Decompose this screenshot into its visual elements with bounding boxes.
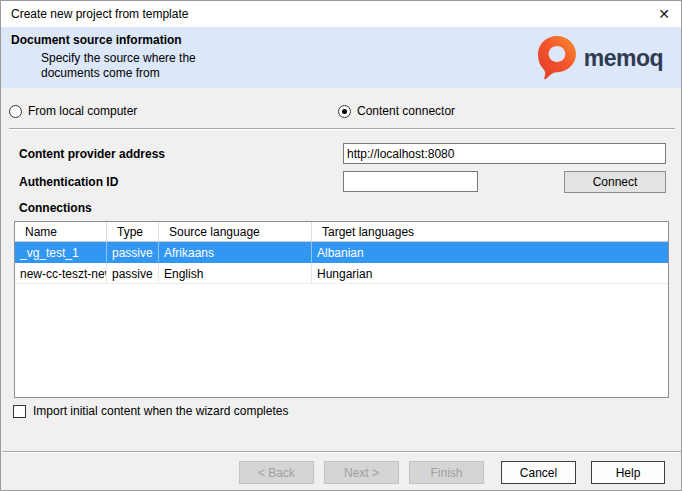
column-header-source-language[interactable]: Source language <box>159 222 312 241</box>
radio-icon-local[interactable] <box>9 105 22 118</box>
cell-type: passive <box>107 242 159 262</box>
window-title: Create new project from template <box>11 1 188 27</box>
cell-target-languages: Hungarian <box>312 263 668 283</box>
page-subtitle-line2: documents come from <box>41 66 196 81</box>
radio-from-local-computer[interactable]: From local computer <box>9 104 137 118</box>
column-header-type[interactable]: Type <box>107 222 159 241</box>
close-icon[interactable]: ✕ <box>654 4 674 24</box>
import-initial-content-option[interactable]: Import initial content when the wizard c… <box>13 404 288 418</box>
column-header-target-languages[interactable]: Target languages <box>312 222 668 241</box>
radio-connector-label: Content connector <box>357 104 455 118</box>
cancel-button[interactable]: Cancel <box>501 461 576 484</box>
connection-row-new-cc-teszt-new[interactable]: new-cc-teszt-new passive English Hungari… <box>15 263 668 284</box>
finish-button[interactable]: Finish <box>409 461 484 484</box>
cell-name: new-cc-teszt-new <box>15 263 107 283</box>
cell-source-language: Afrikaans <box>159 242 312 262</box>
page-subtitle: Specify the source where the documents c… <box>41 51 196 81</box>
auth-id-label: Authentication ID <box>19 175 118 189</box>
radio-content-connector[interactable]: Content connector <box>338 104 455 118</box>
radio-icon-connector[interactable] <box>338 105 351 118</box>
memoq-logo: memoq <box>538 36 663 80</box>
next-button[interactable]: Next > <box>324 461 399 484</box>
connection-row-vg-test-1[interactable]: _vg_test_1 passive Afrikaans Albanian <box>15 242 668 263</box>
connect-button[interactable]: Connect <box>564 171 666 193</box>
connections-label: Connections <box>19 201 92 215</box>
wizard-header: Document source information Specify the … <box>1 27 681 88</box>
auth-id-input[interactable] <box>343 171 478 192</box>
cell-type: passive <box>107 263 159 283</box>
import-checkbox-label: Import initial content when the wizard c… <box>33 404 288 418</box>
cell-source-language: English <box>159 263 312 283</box>
import-checkbox[interactable] <box>13 405 26 418</box>
connections-table: Name Type Source language Target languag… <box>14 221 669 398</box>
page-subtitle-line1: Specify the source where the <box>41 51 196 66</box>
title-bar: Create new project from template ✕ <box>1 1 681 27</box>
separator-top <box>9 128 675 130</box>
back-button[interactable]: < Back <box>239 461 314 484</box>
radio-local-label: From local computer <box>28 104 137 118</box>
create-project-dialog: Create new project from template ✕ Docum… <box>0 0 682 491</box>
cell-target-languages: Albanian <box>312 242 668 262</box>
table-header-row: Name Type Source language Target languag… <box>15 222 668 242</box>
address-label: Content provider address <box>19 147 165 161</box>
cell-name: _vg_test_1 <box>15 242 107 262</box>
separator-footer <box>2 451 682 453</box>
help-button[interactable]: Help <box>591 461 665 484</box>
memoq-logo-text: memoq <box>584 45 663 72</box>
column-header-name[interactable]: Name <box>15 222 107 241</box>
address-input[interactable] <box>343 143 666 164</box>
page-title: Document source information <box>11 33 182 47</box>
memoq-logo-icon <box>538 36 576 80</box>
